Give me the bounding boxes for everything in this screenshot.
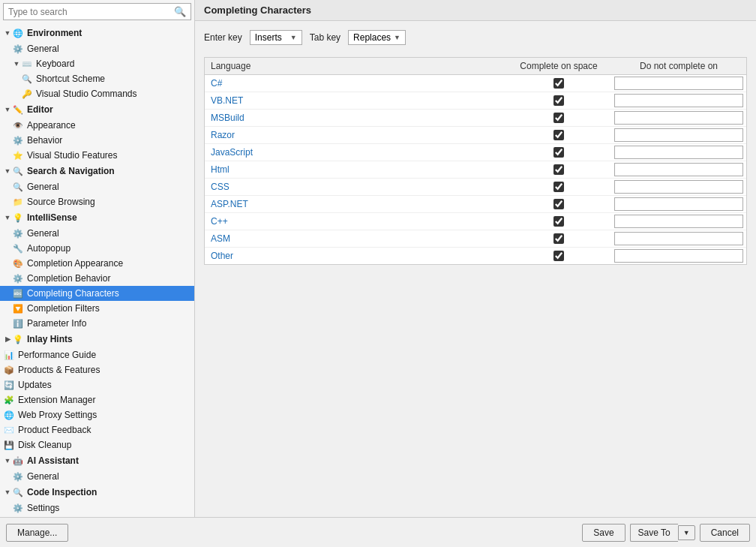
tree-item-vs-features[interactable]: ⭐ Visual Studio Features xyxy=(0,148,194,163)
checkbox-razor[interactable] xyxy=(554,130,564,140)
checkbox-asm[interactable] xyxy=(554,233,564,244)
manage-button[interactable]: Manage... xyxy=(6,524,68,542)
lang-name-javascript[interactable]: JavaScript xyxy=(205,144,506,161)
tree-item-vs-commands[interactable]: 🔑 Visual Studio Commands xyxy=(0,86,194,101)
do-not-complete-input-c[interactable] xyxy=(614,215,743,228)
do-not-complete-input-aspnet[interactable] xyxy=(614,197,743,211)
checkbox-javascript[interactable] xyxy=(554,147,564,158)
tree-item-appearance[interactable]: 👁️ Appearance xyxy=(0,118,194,133)
checkbox-other[interactable] xyxy=(554,251,564,261)
tree-item-product-feedback[interactable]: ✉️ Product Feedback xyxy=(0,422,194,437)
tree-item-env-general[interactable]: ⚙️ General xyxy=(0,41,194,56)
tab-key-dropdown[interactable]: Replaces ▼ xyxy=(348,30,406,45)
save-to-dropdown-button[interactable]: ▼ xyxy=(678,525,695,540)
lang-name-razor[interactable]: Razor xyxy=(205,127,506,143)
tree-item-comp-filters[interactable]: 🔽 Completion Filters xyxy=(0,301,194,316)
tree-item-is-general[interactable]: ⚙️ General xyxy=(0,226,194,241)
tree-group-ai-assistant[interactable]: ▼ 🤖 AI Assistant xyxy=(0,452,194,469)
do-not-complete-cell-2 xyxy=(611,110,746,126)
arrow-intellisense: ▼ xyxy=(3,214,12,221)
search-input[interactable] xyxy=(8,7,171,17)
label-environment: Environment xyxy=(27,28,82,38)
tree-item-products[interactable]: 📦 Products & Features xyxy=(0,362,194,377)
tree-item-updates[interactable]: 🔄 Updates xyxy=(0,377,194,392)
tree-item-ai-general[interactable]: ⚙️ General xyxy=(0,469,194,484)
tree-item-ext-manager[interactable]: 🧩 Extension Manager xyxy=(0,392,194,407)
label-vs-features: Visual Studio Features xyxy=(27,150,118,161)
language-table: Language Complete on space Do not comple… xyxy=(204,57,747,265)
label-ai-assistant: AI Assistant xyxy=(27,455,79,466)
enter-key-value: Inserts xyxy=(255,32,282,43)
save-button[interactable]: Save xyxy=(582,524,625,542)
tree-item-perf-guide[interactable]: 📊 Performance Guide xyxy=(0,347,194,362)
tree-item-keyboard[interactable]: ▼ ⌨️ Keyboard xyxy=(0,56,194,71)
icon-shortcut-scheme: 🔍 xyxy=(21,73,33,85)
tree-item-source-browsing[interactable]: 📁 Source Browsing xyxy=(0,194,194,209)
tree-item-shortcut-scheme[interactable]: 🔍 Shortcut Scheme xyxy=(0,71,194,86)
cancel-button[interactable]: Cancel xyxy=(700,524,750,542)
search-icon: 🔍 xyxy=(174,6,186,17)
lang-name-other[interactable]: Other xyxy=(205,248,506,264)
icon-product-feedback: ✉️ xyxy=(3,424,15,436)
tree-group-environment[interactable]: ▼ 🌐 Environment xyxy=(0,25,194,41)
checkbox-msbuild[interactable] xyxy=(554,113,564,123)
do-not-complete-input-vbnet[interactable] xyxy=(614,94,743,107)
tree-group-search-nav[interactable]: ▼ 🔍 Search & Navigation xyxy=(0,163,194,179)
label-ext-manager: Extension Manager xyxy=(18,395,95,405)
tree-item-comp-appearance[interactable]: 🎨 Completion Appearance xyxy=(0,256,194,271)
tree-group-inlay-hints[interactable]: ▶ 💡 Inlay Hints xyxy=(0,331,194,347)
save-to-group: Save To ▼ xyxy=(630,524,695,542)
do-not-complete-input-msbuild[interactable] xyxy=(614,111,743,125)
label-products: Products & Features xyxy=(18,365,100,375)
label-disk-cleanup: Disk Cleanup xyxy=(18,440,71,450)
label-appearance: Appearance xyxy=(27,120,76,131)
lang-name-vbnet[interactable]: VB.NET xyxy=(205,92,506,109)
enter-key-arrow-icon: ▼ xyxy=(290,34,297,41)
checkbox-c[interactable] xyxy=(554,78,564,89)
lang-name-css[interactable]: CSS xyxy=(205,179,506,195)
checkbox-cell-6 xyxy=(506,182,611,192)
checkbox-css[interactable] xyxy=(554,182,564,192)
label-source-browsing: Source Browsing xyxy=(27,197,95,207)
checkbox-html[interactable] xyxy=(554,164,564,175)
tree-item-ci-settings[interactable]: ⚙️ Settings xyxy=(0,500,194,515)
tree-group-intellisense[interactable]: ▼ 💡 IntelliSense xyxy=(0,209,194,226)
lang-name-asm[interactable]: ASM xyxy=(205,230,506,247)
tree-item-behavior[interactable]: ⚙️ Behavior xyxy=(0,133,194,148)
label-intellisense: IntelliSense xyxy=(27,212,77,223)
table-row: CSS xyxy=(205,179,746,196)
left-panel: 🔍 ▼ 🌐 Environment ⚙️ General ▼ ⌨️ Keyboa… xyxy=(0,0,195,517)
tree-item-comp-characters[interactable]: 🔤 Completing Characters xyxy=(0,286,194,301)
tree-group-editor[interactable]: ▼ ✏️ Editor xyxy=(0,101,194,118)
do-not-complete-input-other[interactable] xyxy=(614,249,743,263)
do-not-complete-input-javascript[interactable] xyxy=(614,146,743,159)
lang-name-c[interactable]: C# xyxy=(205,75,506,92)
do-not-complete-cell-8 xyxy=(611,213,746,230)
do-not-complete-input-razor[interactable] xyxy=(614,128,743,142)
checkbox-c[interactable] xyxy=(554,216,564,227)
lang-name-aspnet[interactable]: ASP.NET xyxy=(205,196,506,212)
do-not-complete-input-asm[interactable] xyxy=(614,232,743,245)
tree-item-snav-general[interactable]: 🔍 General xyxy=(0,179,194,194)
do-not-complete-input-css[interactable] xyxy=(614,180,743,194)
key-row: Enter key Inserts ▼ Tab key Replaces ▼ xyxy=(204,30,747,45)
checkbox-aspnet[interactable] xyxy=(554,199,564,209)
tree-item-disk-cleanup[interactable]: 💾 Disk Cleanup xyxy=(0,437,194,452)
checkbox-vbnet[interactable] xyxy=(554,95,564,106)
lang-name-c[interactable]: C++ xyxy=(205,213,506,230)
lang-name-html[interactable]: Html xyxy=(205,161,506,178)
do-not-complete-cell-7 xyxy=(611,196,746,212)
do-not-complete-input-html[interactable] xyxy=(614,163,743,176)
lang-name-msbuild[interactable]: MSBuild xyxy=(205,110,506,126)
tree-group-code-inspection[interactable]: ▼ 🔍 Code Inspection xyxy=(0,484,194,500)
enter-key-dropdown[interactable]: Inserts ▼ xyxy=(250,30,302,45)
tree-item-autopopup[interactable]: 🔧 Autopopup xyxy=(0,241,194,256)
label-comp-characters: Completing Characters xyxy=(27,288,119,299)
table-row: C# xyxy=(205,75,746,92)
tree-item-param-info[interactable]: ℹ️ Parameter Info xyxy=(0,316,194,331)
do-not-complete-input-c[interactable] xyxy=(614,77,743,90)
save-to-button[interactable]: Save To xyxy=(630,524,678,542)
tab-key-arrow-icon: ▼ xyxy=(394,34,400,41)
tree-item-comp-behavior[interactable]: ⚙️ Completion Behavior xyxy=(0,271,194,286)
tree-item-web-proxy[interactable]: 🌐 Web Proxy Settings xyxy=(0,407,194,422)
